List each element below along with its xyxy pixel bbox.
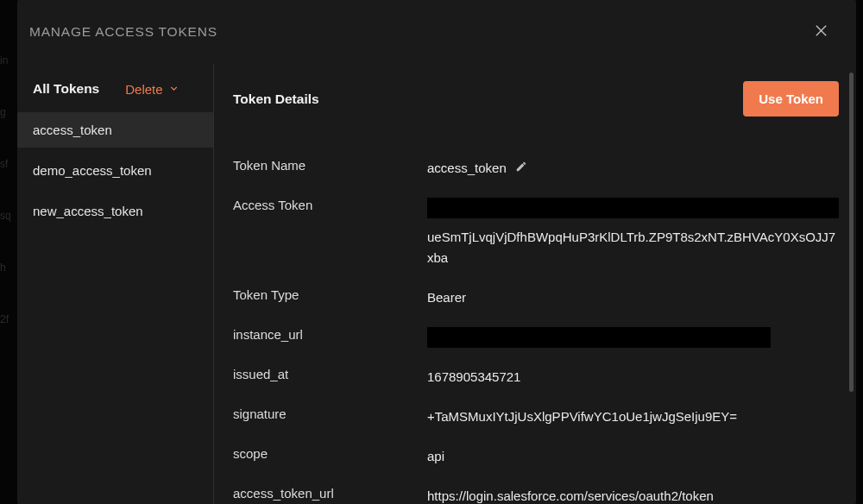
redacted-instance-url — [427, 327, 771, 348]
field-label: Access Token — [233, 198, 427, 212]
token-item-label: new_access_token — [33, 204, 143, 218]
field-value: ueSmTjLvqjVjDfhBWpqHuP3rKlDLTrb.ZP9T8s2x… — [427, 198, 839, 268]
field-value: api — [427, 446, 839, 467]
manage-tokens-modal: MANAGE ACCESS TOKENS All Tokens Delete a… — [17, 0, 856, 504]
modal-body: All Tokens Delete access_token demo_acce… — [17, 64, 856, 504]
token-item-new_access_token[interactable]: new_access_token — [17, 193, 213, 229]
use-token-label: Use Token — [759, 91, 823, 106]
field-signature: signature +TaMSMuxIYtJjUsXlgPPVifwYC1oUe… — [233, 406, 839, 427]
background-fragments: in g sf sq h 2f — [0, 0, 17, 504]
visible-token-part: ueSmTjLvqjVjDfhBWpqHuP3rKlDLTrb.ZP9T8s2x… — [427, 230, 835, 265]
field-label: Token Type — [233, 287, 427, 302]
field-token-name: Token Name access_token — [233, 158, 839, 179]
field-scope: scope api — [233, 446, 839, 467]
close-button[interactable] — [809, 21, 832, 43]
detail-fields: Token Name access_token Access Token ueS… — [233, 158, 839, 504]
field-label: signature — [233, 406, 427, 421]
delete-label: Delete — [125, 82, 162, 97]
field-label: instance_url — [233, 327, 427, 342]
scrollbar[interactable] — [849, 72, 854, 495]
details-title: Token Details — [233, 91, 319, 107]
all-tokens-label: All Tokens — [33, 81, 99, 97]
field-issued-at: issued_at 1678905345721 — [233, 367, 839, 387]
field-access-token: Access Token ueSmTjLvqjVjDfhBWpqHuP3rKlD… — [233, 198, 839, 268]
field-value — [427, 327, 839, 348]
sidebar-header: All Tokens Delete — [17, 64, 213, 112]
token-item-access_token[interactable]: access_token — [17, 112, 213, 148]
chevron-down-icon — [168, 82, 180, 97]
field-value: +TaMSMuxIYtJjUsXlgPPVifwYC1oUe1jwJgSeIju… — [427, 406, 839, 427]
modal-header: MANAGE ACCESS TOKENS — [17, 0, 856, 64]
modal-title: MANAGE ACCESS TOKENS — [29, 24, 217, 40]
field-value: 1678905345721 — [427, 367, 839, 387]
token-item-label: access_token — [33, 123, 112, 137]
field-value: Bearer — [427, 287, 839, 308]
field-instance-url: instance_url — [233, 327, 839, 348]
field-label: Token Name — [233, 158, 427, 173]
field-value: access_token — [427, 158, 839, 179]
field-label: issued_at — [233, 367, 427, 381]
field-access-token-url: access_token_url https://login.salesforc… — [233, 486, 839, 504]
field-label: scope — [233, 446, 427, 461]
details-header: Token Details Use Token — [233, 81, 839, 117]
use-token-button[interactable]: Use Token — [743, 81, 839, 117]
token-sidebar: All Tokens Delete access_token demo_acce… — [17, 64, 214, 504]
field-value: https://login.salesforce.com/services/oa… — [427, 486, 839, 504]
token-list: access_token demo_access_token new_acces… — [17, 112, 213, 229]
token-item-demo_access_token[interactable]: demo_access_token — [17, 153, 213, 188]
edit-icon[interactable] — [515, 158, 527, 179]
token-details-panel: Token Details Use Token Token Name acces… — [214, 64, 856, 504]
field-token-type: Token Type Bearer — [233, 287, 839, 308]
delete-dropdown[interactable]: Delete — [125, 82, 179, 97]
token-item-label: demo_access_token — [33, 163, 152, 178]
close-icon — [814, 23, 828, 41]
token-name-text: access_token — [427, 158, 507, 179]
scrollbar-thumb[interactable] — [849, 72, 854, 392]
field-label: access_token_url — [233, 486, 427, 501]
redacted-token-part — [427, 198, 839, 218]
